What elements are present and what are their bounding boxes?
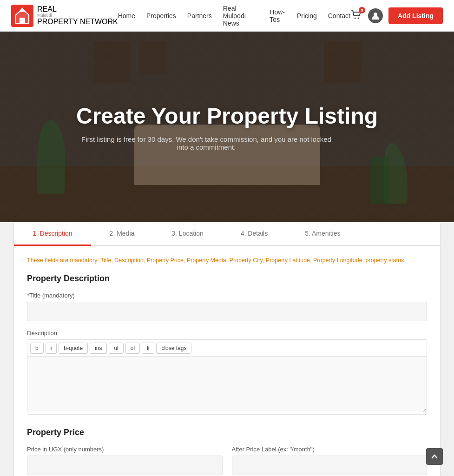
header: REAL Muloodi PROPERTY NETWORK Home Prope…: [0, 0, 454, 32]
main-nav: Home Properties Partners Real Muloodi Ne…: [118, 5, 350, 27]
hero-frame-mid: [139, 41, 167, 73]
logo[interactable]: REAL Muloodi PROPERTY NETWORK: [11, 5, 118, 27]
tab-location[interactable]: 3. Location: [153, 222, 222, 246]
description-editor-wrapper: b i b-quote ins ul ol li close tags: [27, 339, 427, 415]
editor-toolbar: b i b-quote ins ul ol li close tags: [27, 340, 427, 357]
property-description-section: Property Description *Title (mandatory) …: [27, 274, 427, 415]
logo-icon: [11, 5, 33, 27]
property-description-title: Property Description: [27, 274, 427, 284]
title-label: *Title (mandatory): [27, 292, 427, 299]
property-price-section: Property Price Price in UGX (only number…: [27, 428, 427, 476]
user-icon: [371, 12, 380, 20]
add-listing-button[interactable]: Add Listing: [388, 7, 443, 24]
main-content: 1. Description 2. Media 3. Location 4. D…: [0, 222, 454, 476]
svg-point-7: [374, 13, 377, 16]
price-ugx-input[interactable]: [27, 456, 223, 475]
hero-subtitle: First listing is free for 30 days. We do…: [76, 135, 336, 151]
tab-details[interactable]: 4. Details: [222, 222, 286, 246]
editor-btn-li[interactable]: li: [142, 343, 154, 354]
property-price-title: Property Price: [27, 428, 427, 437]
logo-muloodi: Muloodi: [37, 13, 118, 18]
hero-frame-left: [93, 41, 130, 83]
editor-btn-ol[interactable]: ol: [125, 343, 140, 354]
tab-amenities[interactable]: 5. Amenities: [286, 222, 359, 246]
price-ugx-label: Price in UGX (only numbers): [27, 446, 223, 453]
nav-howtos[interactable]: How-Tos: [270, 8, 286, 23]
nav-pricing[interactable]: Pricing: [297, 12, 317, 20]
cart-button[interactable]: 0: [350, 9, 362, 23]
logo-real: REAL: [37, 5, 118, 13]
editor-btn-close-tags[interactable]: close tags: [156, 343, 191, 354]
nav-home[interactable]: Home: [118, 12, 135, 20]
after-price-input[interactable]: [232, 456, 428, 475]
description-textarea[interactable]: [27, 357, 427, 412]
header-actions: 0 Add Listing: [350, 7, 443, 24]
logo-text: REAL Muloodi PROPERTY NETWORK: [37, 5, 118, 26]
price-row-1: Price in UGX (only numbers) After Price …: [27, 446, 427, 476]
svg-point-6: [358, 17, 359, 19]
hero-frame-right: [324, 41, 361, 83]
form-body: These fields are mandatory: Title, Descr…: [14, 246, 440, 476]
scroll-to-top-button[interactable]: [426, 448, 443, 465]
form-tabs: 1. Description 2. Media 3. Location 4. D…: [14, 222, 440, 246]
title-input[interactable]: [27, 302, 427, 321]
editor-btn-ins[interactable]: ins: [90, 343, 107, 354]
tab-media[interactable]: 2. Media: [91, 222, 153, 246]
title-field-group: *Title (mandatory): [27, 292, 427, 321]
mandatory-note: These fields are mandatory: Title, Descr…: [27, 257, 427, 264]
nav-news[interactable]: Real Muloodi News: [223, 5, 259, 27]
tab-description[interactable]: 1. Description: [14, 222, 91, 246]
hero-section: Create Your Property Listing First listi…: [0, 32, 454, 222]
nav-properties[interactable]: Properties: [146, 12, 176, 20]
hero-cactus: [370, 157, 389, 204]
editor-btn-b[interactable]: b: [30, 343, 44, 354]
form-container: 1. Description 2. Media 3. Location 4. D…: [14, 222, 440, 476]
cart-badge: 0: [359, 7, 365, 13]
editor-btn-ul[interactable]: ul: [109, 343, 123, 354]
description-label: Description: [27, 330, 427, 337]
logo-network: PROPERTY NETWORK: [37, 18, 118, 26]
user-account-button[interactable]: [368, 8, 383, 23]
editor-btn-bquote[interactable]: b-quote: [59, 343, 88, 354]
after-price-field: After Price Label (ex: "/month"): [232, 446, 428, 475]
svg-rect-3: [20, 18, 25, 23]
nav-contact[interactable]: Contact: [328, 12, 350, 20]
chevron-up-icon: [431, 453, 438, 460]
description-field-group: Description b i b-quote ins ul ol li clo…: [27, 330, 427, 415]
svg-point-5: [355, 17, 356, 19]
hero-plant-left: [37, 120, 65, 194]
hero-content: Create Your Property Listing First listi…: [76, 103, 378, 151]
editor-btn-i[interactable]: i: [46, 343, 57, 354]
after-price-label: After Price Label (ex: "/month"): [232, 446, 428, 453]
hero-title: Create Your Property Listing: [76, 103, 378, 129]
price-ugx-field: Price in UGX (only numbers): [27, 446, 223, 475]
nav-partners[interactable]: Partners: [187, 12, 212, 20]
